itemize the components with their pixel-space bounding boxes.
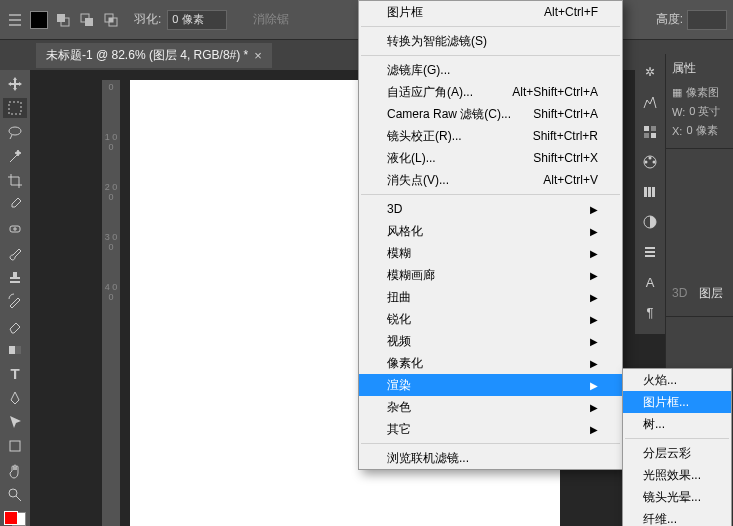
svg-point-21 — [645, 161, 648, 164]
menu-item[interactable]: 镜头校正(R)...Shift+Ctrl+R — [359, 125, 622, 147]
submenu-item[interactable]: 图片框... — [623, 391, 731, 413]
pixel-layer-icon: ▦ — [672, 86, 682, 99]
stamp-tool-icon[interactable] — [3, 267, 27, 287]
layers-panel-tab[interactable]: 图层 — [699, 285, 723, 302]
svg-rect-12 — [10, 441, 20, 451]
menu-item[interactable]: Camera Raw 滤镜(C)...Shift+Ctrl+A — [359, 103, 622, 125]
ruler-vertical: 0 1 0 0 2 0 0 3 0 0 4 0 0 — [102, 80, 120, 526]
doc-tab-title: 未标题-1 @ 82.6% (图层 4, RGB/8#) * — [46, 47, 248, 64]
svg-rect-15 — [651, 126, 656, 131]
wand-tool-icon[interactable] — [3, 146, 27, 166]
menu-item[interactable]: 锐化▶ — [359, 308, 622, 330]
brush-tool-icon[interactable] — [3, 243, 27, 263]
anti-alias-label: 消除锯 — [253, 11, 289, 28]
height-label: 高度: — [656, 11, 683, 28]
shape-tool-icon[interactable] — [3, 436, 27, 456]
menu-item[interactable]: 转换为智能滤镜(S) — [359, 30, 622, 52]
lasso-tool-icon[interactable] — [3, 122, 27, 142]
histogram-icon[interactable] — [640, 92, 660, 112]
menu-item[interactable]: 3D▶ — [359, 198, 622, 220]
submenu-item[interactable]: 镜头光晕... — [623, 486, 731, 508]
menu-item[interactable]: 图片框Alt+Ctrl+F — [359, 1, 622, 23]
color-swatches[interactable] — [4, 511, 26, 526]
paragraph-icon[interactable]: ¶ — [640, 302, 660, 322]
swatches-icon[interactable] — [640, 122, 660, 142]
menu-item[interactable]: 杂色▶ — [359, 396, 622, 418]
foreground-swatch[interactable] — [30, 11, 48, 29]
menu-item[interactable]: 模糊画廊▶ — [359, 264, 622, 286]
eyedropper-tool-icon[interactable] — [3, 195, 27, 215]
eraser-tool-icon[interactable] — [3, 316, 27, 336]
gradient-tool-icon[interactable] — [3, 340, 27, 360]
healing-tool-icon[interactable] — [3, 219, 27, 239]
menu-item[interactable]: 风格化▶ — [359, 220, 622, 242]
menu-item[interactable]: 扭曲▶ — [359, 286, 622, 308]
menu-item[interactable]: 液化(L)...Shift+Ctrl+X — [359, 147, 622, 169]
menu-item[interactable]: 浏览联机滤镜... — [359, 447, 622, 469]
height-input[interactable] — [687, 10, 727, 30]
filter-menu: 图片框Alt+Ctrl+F转换为智能滤镜(S)滤镜库(G)...自适应广角(A)… — [358, 0, 623, 470]
feather-label: 羽化: — [134, 11, 161, 28]
svg-point-13 — [9, 489, 17, 497]
submenu-item[interactable]: 纤维... — [623, 508, 731, 526]
toolbar: T — [0, 70, 30, 526]
svg-rect-14 — [644, 126, 649, 131]
subtract-icon[interactable] — [78, 11, 96, 29]
compass-icon[interactable]: ✲ — [640, 62, 660, 82]
marquee-tool-icon[interactable] — [3, 98, 27, 118]
svg-rect-23 — [648, 187, 651, 197]
submenu-item[interactable]: 光照效果... — [623, 464, 731, 486]
adjustments-icon[interactable] — [640, 212, 660, 232]
menu-item[interactable]: 消失点(V)...Alt+Ctrl+V — [359, 169, 622, 191]
svg-point-19 — [649, 157, 652, 160]
doc-tab[interactable]: 未标题-1 @ 82.6% (图层 4, RGB/8#) * × — [36, 43, 272, 68]
menu-item[interactable]: 像素化▶ — [359, 352, 622, 374]
type-tool-icon[interactable]: T — [3, 364, 27, 384]
close-icon[interactable]: × — [254, 48, 262, 63]
svg-point-8 — [9, 127, 21, 135]
menu-item[interactable]: 滤镜库(G)... — [359, 59, 622, 81]
3d-panel-tab[interactable]: 3D — [672, 286, 687, 300]
svg-rect-11 — [9, 346, 15, 354]
submenu-item[interactable]: 分层云彩 — [623, 442, 731, 464]
svg-rect-6 — [109, 18, 113, 22]
crop-tool-icon[interactable] — [3, 171, 27, 191]
svg-rect-7 — [9, 102, 21, 114]
pen-tool-icon[interactable] — [3, 388, 27, 408]
feather-input[interactable] — [167, 10, 227, 30]
library-icon[interactable] — [640, 182, 660, 202]
svg-rect-3 — [85, 18, 93, 26]
move-tool-icon[interactable] — [3, 74, 27, 94]
submenu-item[interactable]: 树... — [623, 413, 731, 435]
menu-item[interactable]: 渲染▶ — [359, 374, 622, 396]
history-brush-icon[interactable] — [3, 291, 27, 311]
intersect-icon[interactable] — [102, 11, 120, 29]
properties-panel-tab[interactable]: 属性 — [672, 60, 727, 77]
character-icon[interactable]: A — [640, 272, 660, 292]
menu-item[interactable]: 其它▶ — [359, 418, 622, 440]
submenu-item[interactable]: 火焰... — [623, 369, 731, 391]
right-icon-column: ✲ A ¶ — [635, 54, 665, 334]
color-icon[interactable] — [640, 152, 660, 172]
svg-rect-22 — [644, 187, 647, 197]
hamburger-icon[interactable] — [6, 11, 24, 29]
svg-point-20 — [653, 161, 656, 164]
styles-icon[interactable] — [640, 242, 660, 262]
svg-rect-17 — [651, 133, 656, 138]
svg-rect-24 — [652, 187, 655, 197]
menu-item[interactable]: 自适应广角(A)...Alt+Shift+Ctrl+A — [359, 81, 622, 103]
render-submenu: 火焰...图片框...树...分层云彩光照效果...镜头光晕...纤维... — [622, 368, 732, 526]
zoom-tool-icon[interactable] — [3, 485, 27, 505]
overlap-icon[interactable] — [54, 11, 72, 29]
menu-item[interactable]: 模糊▶ — [359, 242, 622, 264]
svg-rect-16 — [644, 133, 649, 138]
hand-tool-icon[interactable] — [3, 461, 27, 481]
path-select-icon[interactable] — [3, 412, 27, 432]
menu-item[interactable]: 视频▶ — [359, 330, 622, 352]
